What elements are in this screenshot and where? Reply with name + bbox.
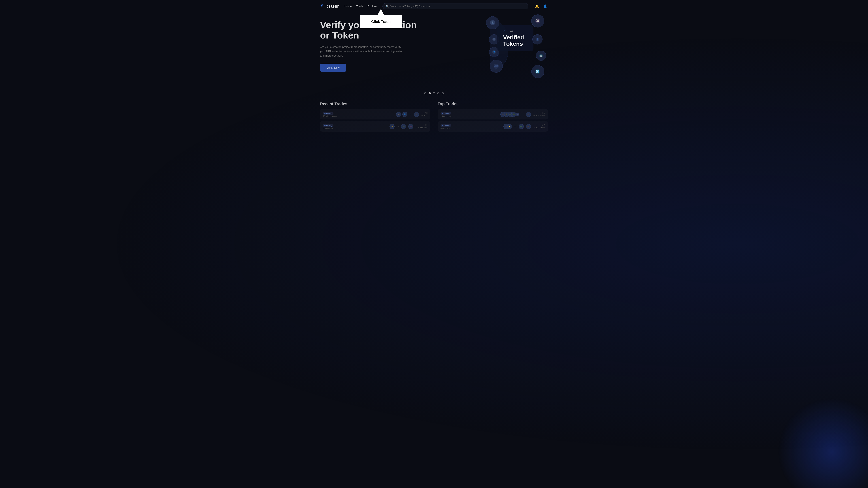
recent-trade-token-e — [401, 124, 406, 129]
tooltip-arrow-up — [377, 9, 384, 15]
top-trade-token-i — [526, 124, 531, 129]
token-icon-8: 🧊 — [531, 65, 544, 78]
trade-arrow-0: ⇄ — [410, 113, 412, 116]
token-icon-5: 🐺 — [531, 14, 544, 28]
carousel-dot-3[interactable] — [437, 92, 439, 94]
recent-trade-token-c — [414, 112, 419, 117]
logo[interactable]: crashr — [320, 4, 339, 9]
nav-explore[interactable]: Explore — [368, 5, 377, 8]
top-trade-arrow-0: ⇄ — [522, 113, 524, 116]
top-trade-info-0: Listing 14 days ago — [440, 111, 498, 117]
tooltip-box: Click Trade — [360, 15, 402, 28]
recent-trade-amounts-1: → A 2 → A 236.84M — [415, 124, 428, 129]
carousel-dot-4[interactable] — [442, 92, 444, 94]
recent-trade-token-f — [408, 124, 413, 129]
verified-tokens-card: crashr Verified Tokens — [497, 25, 533, 51]
top-trade-token-e — [526, 112, 531, 117]
search-bar: 🔍 — [382, 3, 528, 9]
recent-trade-tag-0: Listing — [323, 112, 334, 115]
svg-point-6 — [494, 65, 498, 67]
trades-section: Recent Trades Listing 20 minutes ago A 👤… — [320, 100, 548, 135]
top-trade-amounts-1: → A 2 → A 236.84M — [533, 124, 545, 129]
profile-button[interactable]: 👤 — [542, 4, 548, 9]
top-trades-column: Top Trades Listing 14 days ago — [438, 102, 548, 133]
top-trade-token-h — [519, 124, 524, 129]
svg-point-24 — [513, 113, 515, 115]
tag-dot — [324, 113, 326, 114]
top-trade-info-1: Listing 6 days ago — [440, 124, 501, 129]
tooltip-container: Click Trade — [360, 9, 402, 28]
svg-point-23 — [509, 113, 511, 115]
recent-trade-tag-1: Listing — [323, 124, 334, 127]
nav-icons: 🔔 👤 — [534, 4, 548, 9]
top-trade-more-badge: +8 — [516, 113, 519, 116]
svg-point-5 — [494, 64, 499, 69]
svg-text:🤖: 🤖 — [540, 55, 542, 57]
logo-text: crashr — [327, 4, 339, 9]
recent-trade-token-b: 👤 — [402, 112, 407, 117]
svg-point-22 — [506, 113, 507, 115]
token-icon-3: 👤 — [489, 47, 499, 57]
svg-point-2 — [493, 38, 495, 40]
recent-trade-amounts-0: → A 2 → A 12 — [421, 112, 428, 117]
svg-text:🐺: 🐺 — [536, 19, 539, 23]
recent-trades-column: Recent Trades Listing 20 minutes ago A 👤… — [320, 102, 430, 133]
navbar: crashr Home Trade Explore 🔍 🔔 👤 — [320, 0, 548, 13]
recent-trade-token-d: ⚡ — [390, 124, 395, 129]
recent-trade-time-0: 20 minutes ago — [323, 115, 394, 117]
nav-trade[interactable]: Trade — [356, 5, 363, 8]
recent-trades-title: Recent Trades — [320, 102, 430, 106]
hero-section: Click Trade Verify your Collection or To… — [320, 13, 548, 89]
tag-dot — [442, 113, 443, 114]
svg-point-7 — [535, 19, 540, 24]
search-icon: 🔍 — [385, 5, 389, 8]
notifications-button[interactable]: 🔔 — [534, 4, 539, 9]
svg-point-9 — [536, 38, 539, 41]
svg-point-1 — [492, 38, 496, 41]
top-trade-icons-0: +8 — [500, 112, 519, 117]
hero-description: Are you a creator, project representativ… — [320, 45, 407, 58]
verified-brand-name: crashr — [508, 30, 514, 33]
token-icon-7: 🤖 — [536, 51, 546, 61]
carousel-dot-2[interactable] — [433, 92, 435, 94]
trade-arrow-1: ⇄ — [397, 125, 399, 128]
hero-visual: 👤 crashr Verified Tokens — [432, 11, 559, 90]
top-trade-arrow-1: ⇄ — [514, 125, 517, 128]
tooltip-label: Click Trade — [371, 20, 391, 24]
svg-point-16 — [415, 113, 417, 115]
top-trade-row-1[interactable]: Listing 6 days ago ⚡ ⇄ — [438, 121, 548, 132]
half-circle-decoration — [490, 20, 508, 70]
recent-trade-icons-1: ⚡ — [390, 124, 395, 129]
recent-trade-info-0: Listing 20 minutes ago — [323, 111, 394, 117]
logo-icon — [320, 4, 325, 9]
svg-point-12 — [535, 69, 540, 74]
top-trade-token-g: ⚡ — [507, 124, 512, 129]
svg-point-0 — [490, 20, 495, 25]
top-trade-row-0[interactable]: Listing 14 days ago — [438, 109, 548, 120]
verify-now-button[interactable]: Verify Now — [320, 64, 346, 72]
search-input[interactable] — [390, 5, 525, 8]
svg-point-26 — [505, 126, 507, 127]
svg-text:🧊: 🧊 — [536, 70, 539, 73]
tag-dot — [442, 125, 443, 126]
svg-point-25 — [527, 113, 529, 115]
top-trade-amounts-0: → A 2 → A 255.35M — [533, 112, 545, 117]
svg-point-10 — [539, 54, 543, 58]
carousel-dot-1[interactable] — [429, 92, 431, 94]
token-icon-6 — [532, 34, 542, 44]
top-trade-tag-1: Listing — [440, 124, 451, 127]
svg-text:A: A — [398, 114, 399, 115]
recent-trade-row-0[interactable]: Listing 20 minutes ago A 👤 ⇄ → A 2 → A 1… — [320, 109, 430, 120]
top-trade-time-1: 6 days ago — [440, 127, 501, 129]
nav-home[interactable]: Home — [344, 5, 352, 8]
svg-point-3 — [492, 50, 496, 54]
recent-trade-row-1[interactable]: Listing 6 days ago ⚡ ⇄ → A 2 — [320, 121, 430, 132]
carousel-dot-0[interactable] — [424, 92, 426, 94]
top-trade-tag-0: Listing — [440, 112, 451, 115]
svg-point-19 — [403, 126, 405, 127]
svg-text:⚡: ⚡ — [509, 126, 510, 127]
token-icon-2 — [489, 34, 499, 44]
token-icon-1 — [486, 16, 499, 29]
top-trade-icons-1: ⚡ — [503, 124, 512, 129]
top-trade-time-0: 14 days ago — [440, 115, 498, 117]
